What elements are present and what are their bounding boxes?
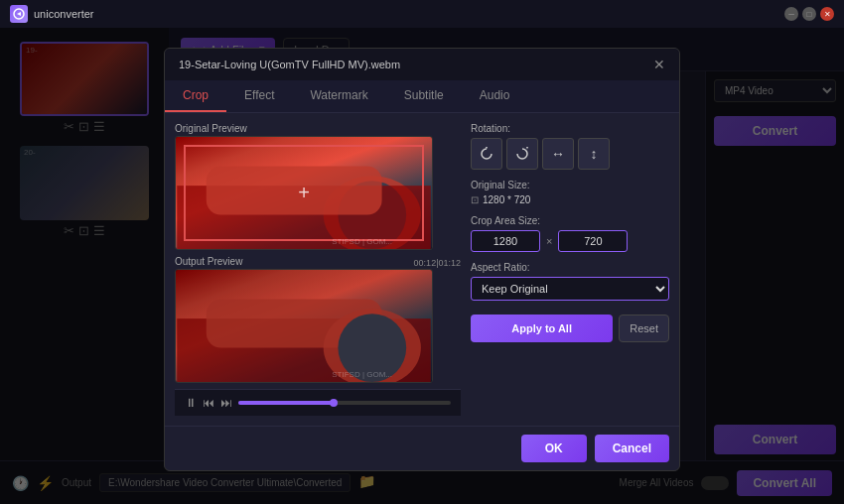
dialog-footer: OK Cancel xyxy=(165,426,679,470)
crop-area-label: Crop Area Size: xyxy=(471,215,669,226)
output-preview-section: Output Preview 00:12|01:12 xyxy=(175,256,461,383)
progress-fill xyxy=(238,401,334,405)
titlebar: uniconverter ─ □ ✕ xyxy=(0,0,844,28)
dialog-tabs: Crop Effect Watermark Subtitle Audio xyxy=(165,80,679,113)
original-size-row: ⊡ 1280 * 720 xyxy=(471,194,669,205)
original-preview-section: Original Preview + xyxy=(175,123,461,250)
original-size-label: Original Size: xyxy=(471,180,669,190)
ok-button[interactable]: OK xyxy=(521,435,587,462)
original-preview-label: Original Preview xyxy=(175,123,461,134)
minimize-button[interactable]: ─ xyxy=(784,7,798,21)
rotation-label: Rotation: xyxy=(471,123,669,134)
original-size-group: Original Size: ⊡ 1280 * 720 xyxy=(471,180,669,205)
preview-watermark-1: STIFSD | GOM... xyxy=(332,237,392,246)
crop-inputs: × xyxy=(471,230,669,252)
output-timestamp: 00:12|01:12 xyxy=(414,258,461,268)
output-preview-image xyxy=(176,270,432,382)
cancel-button[interactable]: Cancel xyxy=(595,435,669,462)
progress-bar[interactable] xyxy=(238,401,451,405)
preview-watermark-2: STIFSD | GOM... xyxy=(332,370,392,379)
maximize-button[interactable]: □ xyxy=(802,7,816,21)
next-button[interactable]: ⏭ xyxy=(220,396,232,410)
close-button[interactable]: ✕ xyxy=(820,7,834,21)
output-preview-label: Output Preview xyxy=(175,256,242,267)
size-icon: ⊡ xyxy=(471,194,479,205)
flip-v-button[interactable]: ↕ xyxy=(578,138,610,170)
rotate-cw-button[interactable] xyxy=(506,138,538,170)
dialog-titlebar: 19-Setar-Loving U(GomTV FullHD MV).webm … xyxy=(165,49,679,80)
dialog-overlay: 19-Setar-Loving U(GomTV FullHD MV).webm … xyxy=(0,28,844,504)
output-preview-box: STIFSD | GOM... xyxy=(175,269,433,383)
app-logo xyxy=(10,5,28,23)
crop-separator: × xyxy=(546,235,552,247)
crop-width-input[interactable] xyxy=(471,230,540,252)
tab-watermark[interactable]: Watermark xyxy=(292,80,385,112)
prev-button[interactable]: ⏮ xyxy=(203,396,214,410)
rotation-buttons: ↔ ↕ xyxy=(471,138,669,170)
original-size-value: 1280 * 720 xyxy=(483,194,530,205)
svg-marker-10 xyxy=(526,147,528,150)
titlebar-controls: ─ □ ✕ xyxy=(784,7,834,21)
tab-audio[interactable]: Audio xyxy=(462,80,528,112)
rotation-group: Rotation: ↔ ↕ xyxy=(471,123,669,170)
app-body: 19- ✂ ⊡ ☰ 20- ✂ ⊡ ☰ + + Add Files ▾ xyxy=(0,28,844,504)
crop-height-input[interactable] xyxy=(558,230,628,252)
flip-h-button[interactable]: ↔ xyxy=(542,138,574,170)
tab-effect[interactable]: Effect xyxy=(226,80,292,112)
apply-to-all-button[interactable]: Apply to All xyxy=(471,315,613,342)
app-name: uniconverter xyxy=(34,8,94,20)
action-row: Apply to All Reset xyxy=(471,315,669,342)
dialog-close-button[interactable]: ✕ xyxy=(653,57,665,72)
aspect-ratio-label: Aspect Ratio: xyxy=(471,262,669,273)
media-controls: ⏸ ⏮ ⏭ xyxy=(175,389,461,416)
rotate-ccw-button[interactable] xyxy=(471,138,502,170)
progress-dot xyxy=(330,399,338,407)
controls-panel: Rotation: ↔ ↕ Ori xyxy=(471,123,669,416)
dialog-title: 19-Setar-Loving U(GomTV FullHD MV).webm xyxy=(179,59,400,70)
dialog-body: Original Preview + xyxy=(165,113,679,426)
tab-subtitle[interactable]: Subtitle xyxy=(386,80,462,112)
tab-crop[interactable]: Crop xyxy=(165,80,226,112)
reset-button[interactable]: Reset xyxy=(619,315,669,342)
original-preview-box: + STIFSD | GOM... xyxy=(175,136,433,250)
crop-dialog: 19-Setar-Loving U(GomTV FullHD MV).webm … xyxy=(164,48,680,471)
aspect-ratio-dropdown[interactable]: Keep Original 16:9 4:3 1:1 xyxy=(471,277,669,301)
crop-area-group: Crop Area Size: × xyxy=(471,215,669,252)
preview-panels: Original Preview + xyxy=(175,123,461,416)
crop-border xyxy=(184,145,424,241)
play-pause-button[interactable]: ⏸ xyxy=(185,396,197,410)
aspect-ratio-group: Aspect Ratio: Keep Original 16:9 4:3 1:1 xyxy=(471,262,669,301)
titlebar-left: uniconverter xyxy=(10,5,94,23)
